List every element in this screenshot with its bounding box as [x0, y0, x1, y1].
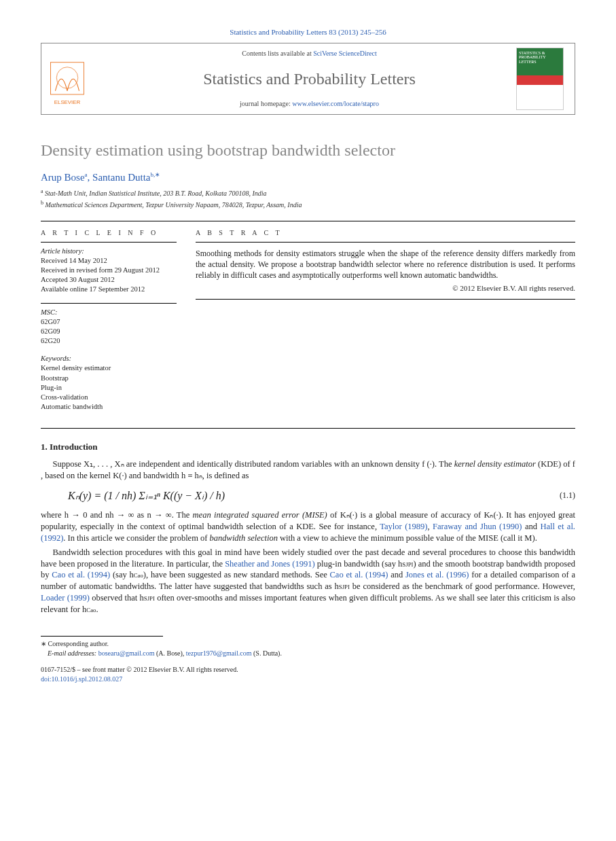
homepage-line: journal homepage: www.elsevier.com/locat… [109, 99, 509, 109]
email-1-who: (A. Bose), [154, 649, 185, 657]
text: plug-in bandwidth (say h [315, 559, 403, 569]
affiliation-b-text: Mathematical Sciences Department, Tezpur… [46, 202, 302, 209]
text-italic: mean integrated squared error (MISE) [193, 510, 327, 520]
keyword-3: Plug-in [41, 383, 177, 393]
sciencedirect-link[interactable]: SciVerse ScienceDirect [313, 50, 377, 57]
keywords-label: Keywords: [41, 354, 177, 363]
email-2-who: (S. Dutta). [252, 649, 282, 657]
article-info-column: A R T I C L E I N F O Article history: R… [41, 228, 177, 420]
doi-link[interactable]: 10.1016/j.spl.2012.08.027 [52, 675, 123, 683]
svg-text:ELSEVIER: ELSEVIER [54, 99, 81, 105]
ref-cao-1994[interactable]: Cao et al. (1994) [52, 570, 110, 579]
text: with a view to achieve the minimum possi… [278, 533, 537, 543]
article-info-label: A R T I C L E I N F O [41, 228, 177, 238]
msc-label: MSC: [41, 308, 177, 317]
equation-number: (1.1) [560, 490, 575, 501]
divider [41, 303, 177, 304]
doi-line: doi:10.1016/j.spl.2012.08.027 [41, 675, 575, 684]
ref-taylor-1989[interactable]: Taylor (1989) [380, 522, 427, 531]
divider [41, 221, 575, 221]
author-2-aff: b,∗ [150, 171, 160, 178]
homepage-link[interactable]: www.elsevier.com/locate/stapro [292, 100, 379, 107]
ref-faraway-jhun-1990[interactable]: Faraway and Jhun (1990) [433, 522, 522, 531]
text: . In this article we consider the proble… [63, 533, 209, 543]
keyword-1: Kernel density estimator [41, 363, 177, 373]
corresponding-author-note: ∗ Corresponding author. [41, 639, 575, 649]
history-accepted: Accepted 30 August 2012 [41, 275, 177, 285]
history-label: Article history: [41, 247, 177, 256]
abstract-copyright: © 2012 Elsevier B.V. All rights reserved… [196, 283, 575, 293]
msc-2: 62G09 [41, 327, 177, 336]
ref-cao-1994b[interactable]: Cao et al. (1994) [330, 570, 388, 579]
msc-1: 62G07 [41, 317, 177, 327]
article-history: Article history: Received 14 May 2012 Re… [41, 247, 177, 295]
text: ), have been suggested as new standard m… [143, 570, 330, 579]
author-2[interactable]: Santanu Dutta [92, 172, 150, 183]
equation-1-1: Kₙ(y) = (1 / nh) Σᵢ₌₁ⁿ K((y − Xᵢ) / h) (… [68, 488, 575, 503]
subscript: Cao [134, 572, 143, 579]
abstract-column: A B S T R A C T Smoothing methods for de… [196, 228, 575, 420]
contents-line: Contents lists available at SciVerse Sci… [109, 49, 509, 58]
divider [41, 428, 575, 429]
journal-header-box: ELSEVIER Contents lists available at Sci… [41, 43, 575, 115]
divider [41, 242, 177, 243]
section-1-heading: 1. Introduction [41, 441, 575, 453]
ref-sheather-jones-1991[interactable]: Sheather and Jones (1991) [225, 559, 314, 569]
svg-point-1 [56, 67, 78, 89]
author-list: Arup Bosea, Santanu Duttab,∗ [41, 171, 575, 184]
history-revised: Received in revised form 29 August 2012 [41, 266, 177, 275]
footnote-rule [41, 636, 163, 637]
text: and [522, 522, 540, 531]
abstract-text: Smoothing methods for density estimators… [196, 248, 575, 281]
text: observed that h [90, 593, 144, 603]
text: Suppose X₁, . . . , Xₙ are independent a… [53, 459, 454, 469]
text: where h → 0 and nh → ∞ as n → ∞. The [41, 510, 193, 520]
history-received: Received 14 May 2012 [41, 256, 177, 266]
keyword-2: Bootstrap [41, 374, 177, 383]
email-1[interactable]: bosearu@gmail.com [98, 649, 155, 657]
citation-link[interactable]: Statistics and Probability Letters 83 (2… [230, 28, 386, 36]
ref-jones-1996[interactable]: Jones et al. (1996) [405, 570, 469, 579]
cover-thumb-cell: STATISTICS & PROBABILITY LETTERS [512, 43, 575, 114]
msc-3: 62G20 [41, 336, 177, 346]
citation-header: Statistics and Probability Letters 83 (2… [41, 27, 575, 37]
elsevier-logo-icon: ELSEVIER [47, 61, 88, 109]
affiliation-a: a Stat-Math Unit, Indian Statistical Ins… [41, 188, 575, 198]
journal-name: Statistics and Probability Letters [109, 68, 509, 90]
author-1[interactable]: Arup Bose [41, 172, 85, 183]
intro-para-1: Suppose X₁, . . . , Xₙ are independent a… [41, 459, 575, 482]
msc-block: MSC: 62G07 62G09 62G20 [41, 308, 177, 346]
contents-prefix: Contents lists available at [242, 50, 313, 57]
affiliation-a-text: Stat-Math Unit, Indian Statistical Insti… [45, 190, 266, 198]
text: be considered as the benchmark of good p… [350, 581, 575, 591]
text: . [96, 605, 98, 614]
email-2[interactable]: tezpur1976@gmail.com [186, 649, 252, 657]
keywords-block: Keywords: Kernel density estimator Boots… [41, 354, 177, 412]
body-text: Suppose X₁, . . . , Xₙ are independent a… [41, 459, 575, 615]
divider [196, 242, 575, 243]
author-1-aff: a [85, 171, 88, 178]
equation-body: Kₙ(y) = (1 / nh) Σᵢ₌₁ⁿ K((y − Xᵢ) / h) [68, 488, 560, 503]
subscript: SJPI [144, 595, 155, 602]
subscript: Cao [86, 607, 96, 613]
info-abstract-row: A R T I C L E I N F O Article history: R… [41, 228, 575, 420]
subscript: SJPI [402, 561, 413, 568]
intro-para-3: Bandwidth selection procedures with this… [41, 547, 575, 615]
keyword-5: Automatic bandwidth [41, 402, 177, 412]
abstract-label: A B S T R A C T [196, 228, 575, 238]
article-title: Density estimation using bootstrap bandw… [41, 139, 575, 161]
text: , [427, 522, 433, 531]
keyword-4: Cross-validation [41, 393, 177, 402]
text-italic: bandwidth selection [210, 533, 278, 543]
divider [196, 299, 575, 300]
text: and [388, 570, 405, 579]
history-online: Available online 17 September 2012 [41, 285, 177, 294]
publisher-logo-cell: ELSEVIER [41, 43, 107, 114]
journal-header-center: Contents lists available at SciVerse Sci… [107, 43, 512, 114]
emails-label: E-mail addresses: [48, 649, 98, 657]
issn-line: 0167-7152/$ – see front matter © 2012 El… [41, 665, 575, 675]
text: (say h [110, 570, 134, 579]
doi-label[interactable]: doi: [41, 675, 52, 683]
intro-para-2: where h → 0 and nh → ∞ as n → ∞. The mea… [41, 509, 575, 544]
ref-loader-1999[interactable]: Loader (1999) [41, 593, 90, 603]
